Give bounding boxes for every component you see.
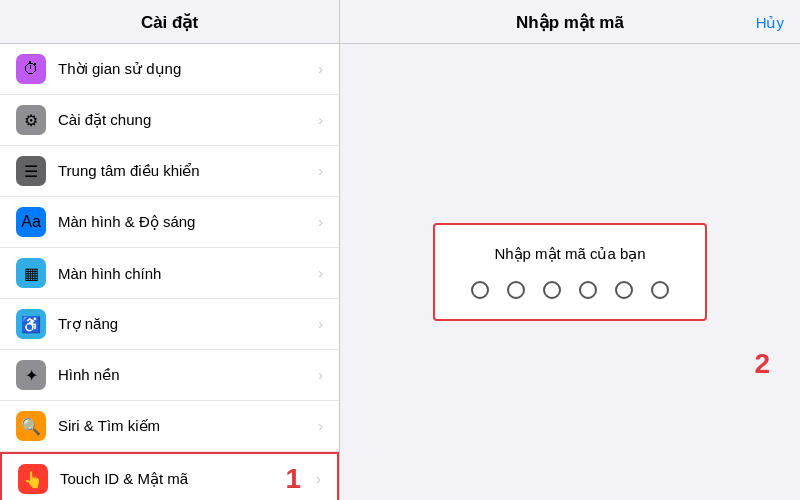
right-panel-title: Nhập mật mã <box>516 12 624 33</box>
settings-item-siri[interactable]: 🔍Siri & Tìm kiếm› <box>0 401 339 452</box>
siri-label: Siri & Tìm kiếm <box>58 417 314 435</box>
cai-dat-chung-chevron: › <box>318 112 323 128</box>
passcode-dot-3 <box>543 281 561 299</box>
touch-id-chevron: › <box>316 471 321 487</box>
tro-nang-chevron: › <box>318 316 323 332</box>
settings-item-trung-tam[interactable]: ☰Trung tâm điều khiển› <box>0 146 339 197</box>
settings-item-hinh-nen[interactable]: ✦Hình nền› <box>0 350 339 401</box>
passcode-dot-6 <box>651 281 669 299</box>
settings-item-man-hinh-chinh[interactable]: ▦Màn hình chính› <box>0 248 339 299</box>
passcode-dot-4 <box>579 281 597 299</box>
touch-id-icon: 👆 <box>18 464 48 494</box>
settings-item-tro-nang[interactable]: ♿Trợ năng› <box>0 299 339 350</box>
step1-label: 1 <box>285 463 301 495</box>
passcode-prompt: Nhập mật mã của bạn <box>494 245 645 263</box>
trung-tam-chevron: › <box>318 163 323 179</box>
touch-id-label: Touch ID & Mật mã <box>60 470 312 488</box>
trung-tam-label: Trung tâm điều khiển <box>58 162 314 180</box>
hinh-nen-chevron: › <box>318 367 323 383</box>
cai-dat-chung-label: Cài đặt chung <box>58 111 314 129</box>
passcode-dot-5 <box>615 281 633 299</box>
thoi-gian-icon: ⏱ <box>16 54 46 84</box>
man-hinh-chinh-label: Màn hình chính <box>58 265 314 282</box>
tro-nang-label: Trợ năng <box>58 315 314 333</box>
settings-item-cai-dat-chung[interactable]: ⚙Cài đặt chung› <box>0 95 339 146</box>
man-hinh-chinh-chevron: › <box>318 265 323 281</box>
thoi-gian-label: Thời gian sử dụng <box>58 60 314 78</box>
passcode-dot-2 <box>507 281 525 299</box>
man-hinh-do-sang-chevron: › <box>318 214 323 230</box>
cancel-button[interactable]: Hủy <box>756 14 784 32</box>
step2-label: 2 <box>754 348 770 380</box>
man-hinh-do-sang-label: Màn hình & Độ sáng <box>58 213 314 231</box>
hinh-nen-label: Hình nền <box>58 366 314 384</box>
right-content: Nhập mật mã của bạn 2 <box>340 44 800 500</box>
man-hinh-chinh-icon: ▦ <box>16 258 46 288</box>
settings-item-man-hinh-do-sang[interactable]: AaMàn hình & Độ sáng› <box>0 197 339 248</box>
left-panel: Cài đặt ⏱Thời gian sử dụng›⚙Cài đặt chun… <box>0 0 340 500</box>
passcode-dots <box>471 281 669 299</box>
right-header: Nhập mật mã Hủy <box>340 0 800 44</box>
passcode-box: Nhập mật mã của bạn <box>433 223 707 321</box>
cai-dat-chung-icon: ⚙ <box>16 105 46 135</box>
settings-list: ⏱Thời gian sử dụng›⚙Cài đặt chung›☰Trung… <box>0 44 339 500</box>
siri-icon: 🔍 <box>16 411 46 441</box>
passcode-dot-1 <box>471 281 489 299</box>
siri-chevron: › <box>318 418 323 434</box>
settings-item-touch-id[interactable]: 👆Touch ID & Mật mã›1 <box>0 452 339 500</box>
right-panel: Nhập mật mã Hủy Nhập mật mã của bạn 2 <box>340 0 800 500</box>
tro-nang-icon: ♿ <box>16 309 46 339</box>
trung-tam-icon: ☰ <box>16 156 46 186</box>
left-panel-title: Cài đặt <box>0 0 339 44</box>
hinh-nen-icon: ✦ <box>16 360 46 390</box>
settings-item-thoi-gian[interactable]: ⏱Thời gian sử dụng› <box>0 44 339 95</box>
man-hinh-do-sang-icon: Aa <box>16 207 46 237</box>
thoi-gian-chevron: › <box>318 61 323 77</box>
